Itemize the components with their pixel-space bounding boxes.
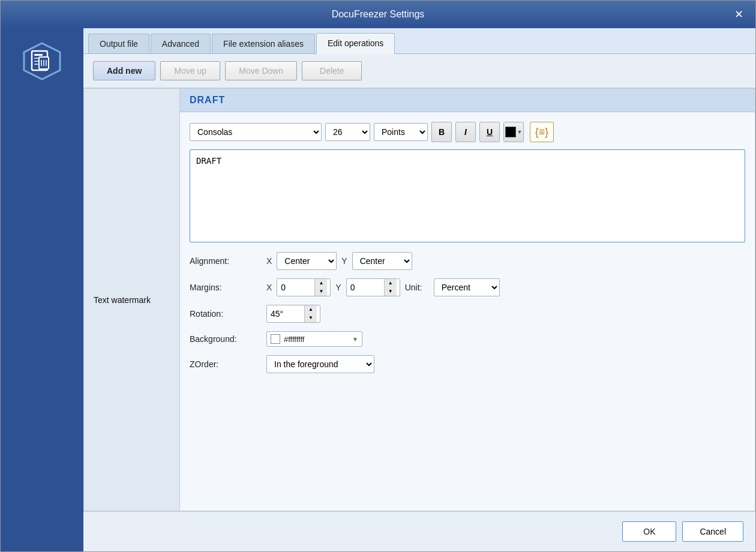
rotation-spinner-btns: ▲ ▼ — [304, 305, 317, 322]
alignment-y-select[interactable]: Center Top Bottom — [352, 252, 412, 270]
alignment-y-label: Y — [341, 256, 347, 266]
margins-y-up-button[interactable]: ▲ — [385, 279, 397, 287]
tab-file-extension-aliases[interactable]: File extension aliases — [212, 34, 315, 53]
font-row: Consolas Arial Times New Roman 26 12 14 … — [190, 122, 745, 142]
margins-x-label: X — [266, 283, 272, 292]
footer-row: OK Cancel — [83, 511, 755, 551]
tab-advanced[interactable]: Advanced — [151, 34, 211, 53]
underline-button[interactable]: U — [479, 122, 500, 142]
content-area: Output file Advanced File extension alia… — [83, 28, 755, 551]
ok-button[interactable]: OK — [622, 521, 676, 542]
close-button[interactable]: ✕ — [731, 9, 746, 20]
margins-label: Margins: — [190, 283, 262, 292]
font-unit-select[interactable]: Points Pixels — [374, 123, 428, 141]
zorder-row: ZOrder: In the foreground In the backgro… — [190, 355, 745, 373]
window-title: DocuFreezer Settings — [25, 9, 731, 20]
margins-x-spinner: ▲ ▼ — [277, 278, 331, 296]
background-color-picker[interactable]: #ffffffff ▼ — [266, 331, 362, 347]
unit-label: Unit: — [405, 283, 429, 292]
zorder-label: ZOrder: — [190, 359, 262, 369]
watermark-header: DRAFT — [180, 89, 755, 112]
alignment-x-label: X — [266, 256, 272, 266]
settings-body: Consolas Arial Times New Roman 26 12 14 … — [180, 112, 755, 511]
font-family-select[interactable]: Consolas Arial Times New Roman — [190, 123, 322, 141]
margins-y-spinner: ▲ ▼ — [346, 278, 400, 296]
left-label-column: Text watermark — [84, 89, 180, 511]
right-settings-column: DRAFT Consolas Arial Times New Roman — [180, 89, 755, 511]
main-panel: Text watermark DRAFT Consolas A — [83, 88, 755, 511]
font-size-select[interactable]: 26 12 14 18 24 36 — [325, 123, 370, 141]
rotation-up-button[interactable]: ▲ — [305, 305, 317, 314]
svg-rect-2 — [34, 54, 43, 56]
toolbar: Add new Move up Move Down Delete — [83, 54, 755, 88]
tab-output-file[interactable]: Output file — [88, 34, 149, 53]
watermark-type-label: Text watermark — [90, 96, 173, 503]
background-label: Background: — [190, 334, 262, 344]
move-down-button[interactable]: Move Down — [225, 61, 297, 80]
italic-button[interactable]: I — [455, 122, 476, 142]
watermark-header-text: DRAFT — [190, 95, 225, 105]
window-body: Output file Advanced File extension alia… — [1, 28, 755, 551]
margins-unit-select[interactable]: Percent Pixels Inches — [434, 278, 500, 296]
delete-button[interactable]: Delete — [302, 61, 362, 80]
tab-edit-operations[interactable]: Edit operations — [316, 33, 395, 54]
zorder-select[interactable]: In the foreground In the background — [266, 355, 374, 373]
font-color-dropdown-icon: ▼ — [517, 129, 523, 135]
background-color-dropdown-icon: ▼ — [352, 336, 358, 343]
rotation-label: Rotation: — [190, 309, 262, 319]
add-new-button[interactable]: Add new — [93, 61, 155, 80]
token-insert-button[interactable]: {≡} — [530, 122, 554, 142]
margins-x-input[interactable] — [277, 280, 314, 295]
rotation-input[interactable] — [267, 306, 304, 322]
background-color-text: #ffffffff — [284, 335, 349, 344]
margins-row: Margins: X ▲ ▼ Y — [190, 278, 745, 296]
rotation-down-button[interactable]: ▼ — [305, 314, 317, 322]
margins-x-up-button[interactable]: ▲ — [315, 279, 327, 287]
font-color-swatch — [505, 127, 516, 137]
watermark-text-input[interactable]: DRAFT — [190, 150, 745, 240]
alignment-row: Alignment: X Center Left Right Y Center … — [190, 252, 745, 270]
app-logo-icon — [21, 40, 63, 82]
margins-y-input[interactable] — [347, 280, 384, 295]
sidebar — [1, 28, 83, 551]
alignment-x-select[interactable]: Center Left Right — [277, 252, 337, 270]
move-up-button[interactable]: Move up — [160, 61, 220, 80]
alignment-label: Alignment: — [190, 256, 262, 266]
watermark-text-area-wrap: DRAFT — [190, 149, 745, 242]
main-window: DocuFreezer Settings ✕ Output file — [0, 0, 756, 552]
cancel-button[interactable]: Cancel — [682, 521, 743, 542]
rotation-spinner: ▲ ▼ — [266, 305, 320, 323]
background-row: Background: #ffffffff ▼ — [190, 331, 745, 347]
margins-x-spinner-btns: ▲ ▼ — [314, 279, 327, 296]
tabs-bar: Output file Advanced File extension alia… — [83, 28, 755, 54]
rotation-row: Rotation: ▲ ▼ — [190, 305, 745, 323]
background-color-checkbox[interactable] — [271, 334, 280, 344]
title-bar: DocuFreezer Settings ✕ — [1, 1, 755, 28]
font-color-button[interactable]: ▼ — [503, 122, 524, 142]
margins-y-spinner-btns: ▲ ▼ — [384, 279, 397, 296]
margins-x-down-button[interactable]: ▼ — [315, 287, 327, 296]
token-icon: {≡} — [535, 126, 549, 139]
margins-y-label: Y — [335, 283, 341, 292]
margins-y-down-button[interactable]: ▼ — [385, 287, 397, 296]
bold-button[interactable]: B — [431, 122, 452, 142]
